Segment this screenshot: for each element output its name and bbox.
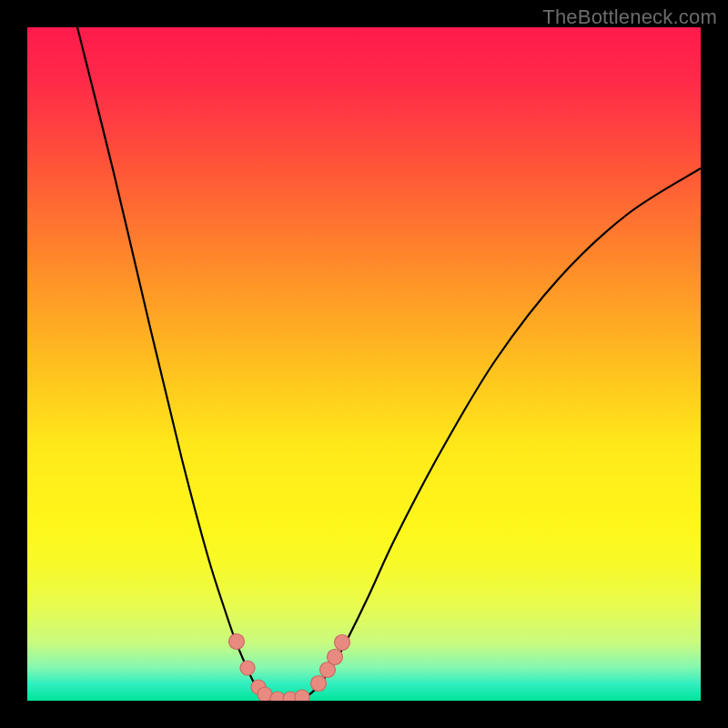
data-point	[295, 690, 309, 701]
data-point	[328, 650, 343, 665]
curve-left	[77, 27, 285, 700]
watermark-text: TheBottleneck.com	[542, 5, 717, 29]
plot-area	[27, 27, 701, 701]
data-point	[311, 676, 327, 692]
bottleneck-curve	[27, 27, 701, 701]
data-point	[229, 634, 245, 650]
data-point	[335, 635, 350, 651]
chart-frame: TheBottleneck.com	[0, 0, 728, 728]
data-point	[240, 661, 255, 675]
curve-right	[285, 168, 701, 700]
data-points	[229, 634, 350, 702]
